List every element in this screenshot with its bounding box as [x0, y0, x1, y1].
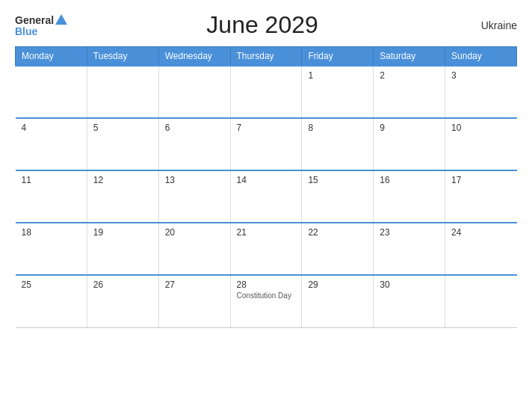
- calendar-cell: 16: [374, 170, 445, 223]
- day-number: 16: [380, 175, 439, 185]
- day-number: 23: [380, 227, 439, 238]
- day-number: 3: [451, 70, 510, 81]
- calendar-cell: [230, 66, 302, 118]
- day-number: 15: [308, 175, 367, 185]
- calendar-week-row: 11121314151617: [16, 170, 517, 223]
- day-number: 30: [380, 279, 439, 290]
- calendar-cell: 4: [16, 118, 87, 170]
- calendar-cell: 19: [87, 223, 158, 275]
- calendar-cell: 21: [230, 223, 302, 275]
- page-header: General Blue June 2029 Ukraine: [15, 11, 517, 39]
- day-number: 13: [165, 175, 224, 185]
- day-number: 28: [237, 279, 296, 290]
- col-friday: Friday: [302, 47, 374, 67]
- calendar-cell: [16, 66, 87, 118]
- calendar-cell: 7: [230, 118, 302, 170]
- calendar-cell: 25: [16, 275, 87, 327]
- calendar-week-row: 123: [16, 66, 517, 118]
- logo-triangle-icon: [55, 14, 67, 25]
- calendar-cell: 11: [16, 170, 87, 223]
- calendar-cell: 22: [302, 223, 374, 275]
- calendar-cell: 14: [230, 170, 302, 223]
- event-label: Constitution Day: [237, 291, 296, 300]
- page-title: June 2029: [67, 11, 457, 39]
- day-number: 24: [451, 227, 510, 238]
- col-saturday: Saturday: [374, 47, 445, 67]
- calendar-week-row: 45678910: [16, 118, 517, 170]
- day-number: 9: [380, 123, 439, 133]
- day-number: 2: [380, 70, 439, 81]
- day-number: 21: [237, 227, 296, 238]
- day-number: 4: [22, 123, 81, 133]
- day-number: 10: [451, 123, 510, 133]
- calendar-cell: 5: [87, 118, 158, 170]
- calendar-cell: 2: [374, 66, 445, 118]
- calendar-cell: [158, 66, 230, 118]
- logo-general-text: General: [15, 15, 54, 25]
- calendar-cell: 29: [302, 275, 374, 327]
- day-number: 25: [22, 279, 81, 290]
- day-number: 6: [165, 123, 224, 133]
- country-label: Ukraine: [457, 19, 517, 31]
- col-sunday: Sunday: [445, 47, 517, 67]
- day-number: 5: [93, 123, 152, 133]
- day-number: 12: [93, 175, 152, 185]
- day-number: 20: [165, 227, 224, 238]
- day-number: 7: [237, 123, 296, 133]
- calendar-cell: 24: [445, 223, 517, 275]
- calendar-cell: 17: [445, 170, 517, 223]
- day-number: 11: [22, 175, 81, 185]
- day-number: 27: [165, 279, 224, 290]
- col-tuesday: Tuesday: [87, 47, 158, 67]
- calendar-cell: 3: [445, 66, 517, 118]
- calendar-cell: 26: [87, 275, 158, 327]
- calendar-cell: 30: [374, 275, 445, 327]
- calendar-cell: 13: [158, 170, 230, 223]
- logo-blue-text: Blue: [15, 26, 37, 37]
- calendar-week-row: 18192021222324: [16, 223, 517, 275]
- calendar-cell: 20: [158, 223, 230, 275]
- day-number: 17: [451, 175, 510, 185]
- day-number: 14: [237, 175, 296, 185]
- day-number: 19: [93, 227, 152, 238]
- calendar-cell: 10: [445, 118, 517, 170]
- calendar-week-row: 25262728Constitution Day2930: [16, 275, 517, 327]
- day-number: 29: [308, 279, 367, 290]
- col-thursday: Thursday: [230, 47, 302, 67]
- calendar-page: General Blue June 2029 Ukraine Monday Tu…: [0, 0, 532, 411]
- calendar-cell: 1: [302, 66, 374, 118]
- calendar-cell: 28Constitution Day: [230, 275, 302, 327]
- calendar-table: Monday Tuesday Wednesday Thursday Friday…: [15, 46, 517, 328]
- calendar-cell: 15: [302, 170, 374, 223]
- calendar-header-row: Monday Tuesday Wednesday Thursday Friday…: [16, 47, 517, 67]
- day-number: 26: [93, 279, 152, 290]
- calendar-cell: [445, 275, 517, 327]
- col-wednesday: Wednesday: [158, 47, 230, 67]
- day-number: 22: [308, 227, 367, 238]
- calendar-cell: 6: [158, 118, 230, 170]
- logo: General Blue: [15, 14, 67, 37]
- calendar-cell: 23: [374, 223, 445, 275]
- calendar-cell: 18: [16, 223, 87, 275]
- calendar-cell: [87, 66, 158, 118]
- calendar-cell: 8: [302, 118, 374, 170]
- calendar-cell: 27: [158, 275, 230, 327]
- calendar-cell: 12: [87, 170, 158, 223]
- day-number: 18: [22, 227, 81, 238]
- day-number: 1: [308, 70, 367, 81]
- day-number: 8: [308, 123, 367, 133]
- calendar-cell: 9: [374, 118, 445, 170]
- col-monday: Monday: [16, 47, 87, 67]
